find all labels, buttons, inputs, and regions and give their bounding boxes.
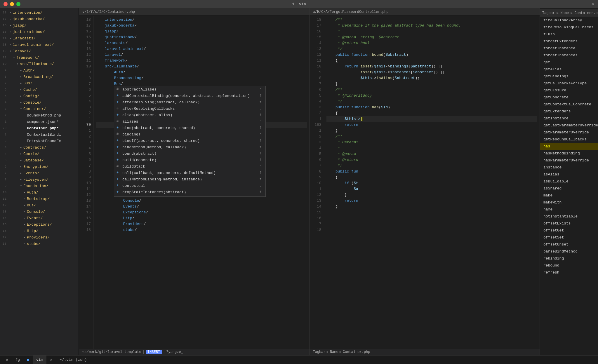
btab-fg[interactable]: fg (12, 356, 23, 364)
sidebar-item-item-entrynotfoundex[interactable]: 2EntryNotFoundEx (0, 138, 79, 144)
tagbar-item[interactable]: getCallbacksForType (540, 80, 598, 87)
sidebar-item-item-contextualbindi[interactable]: 1ContextualBindi (0, 131, 79, 138)
btab-zsh[interactable]: ~/.vim (zsh) (56, 356, 91, 364)
autocomplete-item[interactable]: +alias(abstract, alias)f (114, 112, 265, 118)
autocomplete-item[interactable]: +bound(abstract)f (114, 150, 265, 157)
tagbar-item[interactable]: getAlias (540, 66, 598, 73)
tagbar-item[interactable]: hasMethodBinding (540, 150, 598, 157)
sidebar-item-item-jlapp[interactable]: 16▸jlapp/ (0, 22, 79, 29)
sidebar-item-item-stubs[interactable]: 18▸stubs/ (0, 241, 79, 247)
sidebar-item-item-encryption[interactable]: 6▸Encryption/ (0, 163, 79, 170)
autocomplete-item[interactable]: +build(concrete)f (114, 157, 265, 163)
sidebar-item-item-composer[interactable]: 1composer.json* (0, 119, 79, 125)
right-editor-content[interactable]: 1817161514131211109876543211631234567891… (310, 16, 540, 349)
sidebar-item-item-laracasts[interactable]: 14▸laracasts/ (0, 35, 79, 41)
btab-close-left[interactable]: ✕ (2, 356, 12, 364)
sidebar-item-item-bus[interactable]: 7▸Bus/ (0, 80, 79, 86)
sidebar-item-item-contracts[interactable]: 3▸Contracts/ (0, 144, 79, 151)
autocomplete-popup[interactable]: #abstractAliasesp+addContextualBinding(c… (114, 86, 266, 197)
sidebar-item-item-auth[interactable]: 9▸Auth/ (0, 67, 79, 74)
sidebar-item-item-foundation-bus[interactable]: 12▸Bus/ (0, 202, 79, 208)
tagbar-item[interactable]: fireResolvingCallbacks (540, 24, 598, 31)
sidebar-item-item-jakub[interactable]: 17▸jakub-onderka/ (0, 16, 79, 22)
tagbar-item[interactable]: getParameterOverride (540, 129, 598, 136)
tagbar-item[interactable]: offsetExists (540, 220, 598, 227)
tagbar-item[interactable]: offsetUnset (540, 241, 598, 248)
tagbar-item[interactable]: getExtenders (540, 108, 598, 115)
tagbar-item[interactable]: getInstance (540, 115, 598, 122)
tagbar-item[interactable]: notInstantiable (540, 213, 598, 220)
left-editor-content[interactable]: 1817161514131211109876543217012345678910… (79, 16, 309, 349)
autocomplete-item[interactable]: #buildStackp (114, 163, 265, 170)
tagbar-item[interactable]: getClosure (540, 87, 598, 94)
autocomplete-item[interactable]: +contextualp (114, 182, 265, 189)
sidebar-item-item-bootstrap[interactable]: 11▸Bootstrap/ (0, 196, 79, 202)
autocomplete-item[interactable]: +addContextualBinding(concrete, abstract… (114, 93, 265, 99)
autocomplete-item[interactable]: +bindMethod(method, callback)f (114, 144, 265, 150)
tagbar-item[interactable]: getReboundCallbacks (540, 136, 598, 143)
tagbar-item[interactable]: hasParameterOverride (540, 157, 598, 164)
sidebar-item-item-container-php[interactable]: 70Container.php* (0, 125, 79, 131)
sidebar-item-item-foundation-console[interactable]: 13▸Console/ (0, 208, 79, 215)
tagbar-item[interactable]: forgetInstances (540, 52, 598, 59)
autocomplete-item[interactable]: #aliasesp (114, 118, 265, 125)
autocomplete-item[interactable]: +bind(abstract, concrete, shared)f (114, 125, 265, 131)
sidebar-item-item-cookie[interactable]: 4▸Cookie/ (0, 151, 79, 157)
tagbar-item[interactable]: parseBindMethod (540, 248, 598, 255)
btab-close-right[interactable]: ✕ (46, 356, 56, 364)
autocomplete-item[interactable]: #bindingsp (114, 131, 265, 137)
tagbar-item[interactable]: rebound (540, 262, 598, 269)
sidebar-item-item-foundation-auth[interactable]: 10▸Auth/ (0, 189, 79, 196)
sidebar-item-item-container[interactable]: 3▾Container/ (0, 106, 79, 112)
sidebar-item-item-foundation[interactable]: 9▾Foundation/ (0, 183, 79, 189)
window-close-icon[interactable]: ✕ (592, 1, 594, 7)
autocomplete-item[interactable]: +call(callback, parameters, defaultMetho… (114, 170, 265, 176)
sidebar-item-item-config[interactable]: 5▸Config/ (0, 93, 79, 99)
tagbar-item[interactable]: forgetExtenders (540, 38, 598, 45)
autocomplete-item[interactable]: +callMethodBinding(method, instance)f (114, 176, 265, 182)
sidebar-item-item-exceptions[interactable]: 15▸Exceptions/ (0, 221, 79, 228)
tagbar-item[interactable]: offsetGet (540, 227, 598, 234)
sidebar-item-item-framework[interactable]: 11▾framework/ (0, 54, 79, 61)
tagbar-item[interactable]: getContextualConcrete (540, 101, 598, 108)
tagbar-item[interactable]: getBindings (540, 73, 598, 80)
tagbar-item[interactable]: name (540, 206, 598, 213)
autocomplete-item[interactable]: +extend(abstract, closure)f (114, 195, 265, 197)
sidebar-item-item-cache[interactable]: 6▸Cache/ (0, 86, 79, 93)
tagbar-item[interactable]: refresh (540, 269, 598, 276)
autocomplete-item[interactable]: +dropStaleInstances(abstract)f (114, 189, 265, 195)
autocomplete-item[interactable]: #afterResolvingCallbacksp (114, 105, 265, 112)
tagbar-item[interactable]: getLastParameterOverride (540, 122, 598, 129)
sidebar-item-item-laravel[interactable]: 12▾laravel/ (0, 48, 79, 54)
right-code-area[interactable]: /** * Determine if the given abstract ty… (324, 16, 540, 349)
tagbar-item[interactable]: getConcrete (540, 94, 598, 101)
minimize-button[interactable] (10, 2, 14, 6)
tagbar-item[interactable]: makeWith (540, 199, 598, 206)
sidebar-item-item-filesystem[interactable]: 8▸Filesystem/ (0, 176, 79, 183)
tagbar-item[interactable]: isShared (540, 185, 598, 192)
sidebar-item-item-src-illuminate[interactable]: 10▾src/Illuminate/ (0, 61, 79, 67)
sidebar-item-item-events[interactable]: 7▸Events/ (0, 170, 79, 176)
sidebar-item-item-justinrainbow[interactable]: 15▸justinrainbow/ (0, 29, 79, 35)
sidebar-item-item-console[interactable]: 4▸Console/ (0, 99, 79, 106)
sidebar-item-item-database[interactable]: 5▸Database/ (0, 157, 79, 163)
autocomplete-item[interactable]: #abstractAliasesp (114, 86, 265, 93)
maximize-button[interactable] (16, 2, 20, 6)
tagbar-item[interactable]: get (540, 59, 598, 66)
close-button[interactable] (4, 2, 8, 6)
tagbar-item[interactable]: rebinding (540, 255, 598, 262)
autocomplete-item[interactable]: +bindIf(abstract, concrete, shared)f (114, 137, 265, 144)
btab-vim[interactable]: vim (33, 356, 46, 364)
tagbar-item[interactable]: forgetInstance (540, 45, 598, 52)
tagbar-item[interactable]: flush (540, 31, 598, 38)
sidebar-item-item-http[interactable]: 16▸Http/ (0, 228, 79, 234)
tagbar-item[interactable]: make (540, 192, 598, 199)
tagbar-item[interactable]: isBuildable (540, 178, 598, 185)
tagbar-item[interactable]: instance (540, 164, 598, 171)
autocomplete-item[interactable]: +afterResolving(abstract, callback)f (114, 99, 265, 105)
sidebar-item-item-providers[interactable]: 17▸Providers/ (0, 234, 79, 241)
sidebar-item-item-boundmethod[interactable]: 2BoundMethod.php (0, 112, 79, 119)
tagbar-item[interactable]: offsetSet (540, 234, 598, 241)
sidebar-item-item-laravel-admin-ext[interactable]: 13▸laravel-admin-ext/ (0, 41, 79, 48)
sidebar-item-item-broadcasting[interactable]: 8▸Broadcasting/ (0, 74, 79, 80)
